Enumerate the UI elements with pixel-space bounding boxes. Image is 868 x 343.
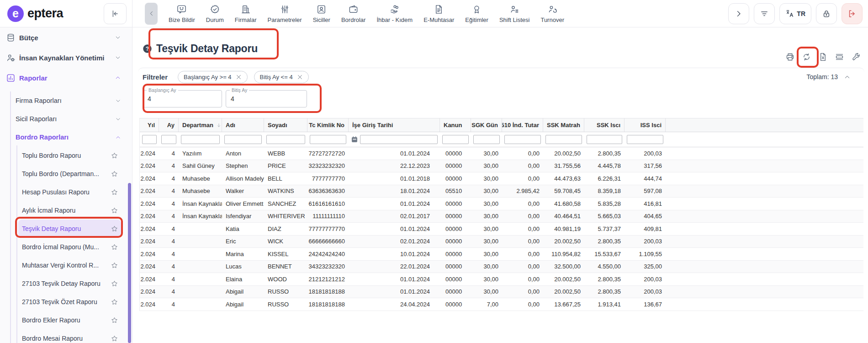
table-row[interactable]: 2.0244İnsan KaynaklarıIsfendiyarWHITERIV… [140,210,863,223]
sidebar-report-toplu-bordro-raporu[interactable]: Toplu Bordro Raporu [18,146,121,165]
filter-chip-biti-ay-4[interactable]: Bitiş Ay <= 4 [254,71,309,83]
sidebar-group-firma-raporlar[interactable]: Firma Raporları [0,91,132,110]
table-row[interactable]: 2.0244YazılımAntonWEBB7272727272001.01.2… [140,147,863,160]
table-row[interactable]: 2.0244AbigailRUSSO1818181818801.01.20240… [140,286,863,299]
topnav-item-turnover[interactable]: Turnover [535,0,570,27]
biti-ay-field[interactable]: Bitiş Ay4 [226,90,307,107]
refresh-button[interactable] [802,52,811,62]
sidebar-report-te-vik-detay-raporu[interactable]: Teşvik Detay Raporu [18,220,121,238]
chip-remove-icon[interactable] [236,74,242,80]
table-row[interactable]: 2.0244MuhasebeWalkerWATKINS6363636363018… [140,185,863,198]
column-header-ssk-matrah[interactable]: SSK Matrah [543,118,584,132]
filter-button[interactable] [754,3,775,24]
print-button[interactable] [785,52,795,62]
sidebar-report-ayl-k-i-cmal-raporu[interactable]: Aylık İcmal Raporu [18,201,121,220]
filter-input-tc-kimlik-no[interactable] [310,135,346,144]
sidebar-report-toplu-bordro-departman[interactable]: Toplu Bordro (Departman... [18,165,121,183]
sidebar-collapse-button[interactable] [104,3,127,24]
table-row[interactable]: 2.0244AbigailRUSSO1818181818824.04.20240… [140,298,863,311]
filter-input-iss-isci[interactable] [627,135,663,144]
sidebar-item-b-t-e[interactable]: Bütçe [0,27,132,48]
sidebar-report-bordro-mesai-raporu[interactable]: Bordro Mesai Raporu [18,329,121,343]
topnav-item-i-hbar-k-dem[interactable]: İhbar - Kıdem [371,0,418,27]
filter-input-y-l[interactable] [142,135,157,144]
logout-button[interactable] [842,3,863,24]
filter-input-kanun[interactable] [442,135,469,144]
column-chooser-button[interactable] [835,52,844,62]
sidebar-item-i-nsan-kaynaklar-y-netimi[interactable]: İnsan Kaynakları Yönetimi [0,48,132,68]
sidebar-report-27103-te-vik-zet-raporu[interactable]: 27103 Teşvik Özet Raporu [18,293,121,311]
filter-input-ssk-isc[interactable] [587,135,622,144]
column-header-i-e-giri-tarihi[interactable]: İşe Giriş Tarihi [349,118,440,132]
expand-button[interactable] [728,3,749,24]
filter-chip-ba-lang-ay-4[interactable]: Başlangıç Ay >= 4 [178,71,248,83]
column-header-ad[interactable]: Adı [222,118,264,132]
export-excel-button[interactable] [818,52,828,62]
sidebar-report-bordro-ekler-raporu[interactable]: Bordro Ekler Raporu [18,311,121,329]
table-row[interactable]: 2.0244MarinaKISSEL2424242424010.01.20240… [140,248,863,261]
sidebar-item-raporlar[interactable]: Raporlar [0,68,132,88]
favorite-star-icon[interactable] [111,298,118,306]
favorite-star-icon[interactable] [111,152,118,160]
table-row[interactable]: 2.0244EricWICK6666666666002.01.202400000… [140,236,863,248]
sidebar-group-bordro-raporlar[interactable]: Bordro Raporları [0,128,132,146]
topnav-item-siciller[interactable]: Siciller [307,0,336,27]
filter-input-i-e-giri-tarihi[interactable] [360,135,438,144]
collapse-filter-panel-icon[interactable] [844,74,851,80]
column-header-sgk-g-n[interactable]: SGK Gün [471,118,502,132]
topnav-item-e-muhtasar[interactable]: E-Muhtasar [418,0,460,27]
filter-input-sgk-g-n[interactable] [473,135,500,144]
column-header-ay[interactable]: Ay [159,118,179,132]
favorite-star-icon[interactable] [111,243,118,251]
sidebar-scrollbar[interactable] [128,183,131,343]
favorite-star-icon[interactable] [111,207,118,214]
column-header-iss-isci[interactable]: ISS Isci [625,118,666,132]
filter-input-ssk-matrah[interactable] [545,135,582,144]
filter-input-5510-i-nd-tutar[interactable] [504,135,541,144]
ba-lang-ay-field[interactable]: Başlangıç Ay4 [143,90,222,107]
sidebar-report-bordro-i-cmal-raporu-mu[interactable]: Bordro İcmal Raporu (Mu... [18,238,121,256]
table-row[interactable]: 2.0244İnsan KaynaklarıOliver EmmettSANCH… [140,198,863,210]
favorite-star-icon[interactable] [111,225,118,233]
favorite-star-icon[interactable] [111,316,118,324]
topnav-item-durum[interactable]: Durum [201,0,229,27]
language-button[interactable]: TR [779,3,811,24]
topnav-item-shift-listesi[interactable]: Shift Listesi [494,0,535,27]
column-header-tc-kimlik-no[interactable]: Tc Kimlik No [307,118,349,132]
calendar-icon[interactable] [351,136,358,143]
table-row[interactable]: 2.0244Sahil GüneyStephenPRICE32323232320… [140,160,863,173]
filter-input-departman[interactable] [181,135,220,144]
favorite-star-icon[interactable] [111,170,118,178]
topnav-item-e-itimler[interactable]: Eğitimler [460,0,494,27]
favorite-star-icon[interactable] [111,188,118,196]
table-row[interactable]: 2.0244KatiaDIAZ7777777777001.01.20240000… [140,223,863,236]
sidebar-report-muhtasar-vergi-kontrol-r[interactable]: Muhtasar Vergi Kontrol R... [18,256,121,274]
topnav-item-firmalar[interactable]: Firmalar [229,0,262,27]
help-icon[interactable]: ? [143,44,152,54]
topnav-item-bordrolar[interactable]: Bordrolar [336,0,371,27]
table-row[interactable]: 2.0244LucasBENNET3432323232022.01.202400… [140,261,863,273]
topnav-item-parametreler[interactable]: Parametreler [262,0,307,27]
filter-input-ay[interactable] [161,135,176,144]
filter-input-ad[interactable] [224,135,262,144]
topnav-item-bize-bildir[interactable]: Bize Bildir [163,0,201,27]
filter-input-soyad[interactable] [266,135,305,144]
chip-remove-icon[interactable] [297,74,303,80]
favorite-star-icon[interactable] [111,262,118,269]
column-header-departman[interactable]: Departman [179,118,222,132]
sidebar-report-hesap-pusulas-raporu[interactable]: Hesap Pusulası Raporu [18,183,121,201]
column-header-y-l[interactable]: Yıl [140,118,159,132]
column-header-soyad[interactable]: Soyadı [264,118,307,132]
column-header-ssk-isc[interactable]: SSK Iscı [584,118,625,132]
sidebar-group-sicil-raporlar[interactable]: Sicil Raporları [0,110,132,128]
lock-button[interactable] [816,3,837,24]
settings-button[interactable] [851,52,861,62]
favorite-star-icon[interactable] [111,335,118,343]
column-header-kanun[interactable]: Kanun [440,118,471,132]
sidebar-report-27103-te-vik-detay-raporu[interactable]: 27103 Teşvik Detay Raporu [18,274,121,293]
column-header-5510-i-nd-tutar[interactable]: 5510 İnd. Tutar [502,118,543,132]
table-row[interactable]: 2.0244MuhasebeAllison MadelynBELL7777777… [140,172,863,185]
table-row[interactable]: 2.0244ElainaWOOD2121212121201.01.2024000… [140,273,863,286]
favorite-star-icon[interactable] [111,280,118,288]
nav-scroll-left-button[interactable] [145,3,158,25]
